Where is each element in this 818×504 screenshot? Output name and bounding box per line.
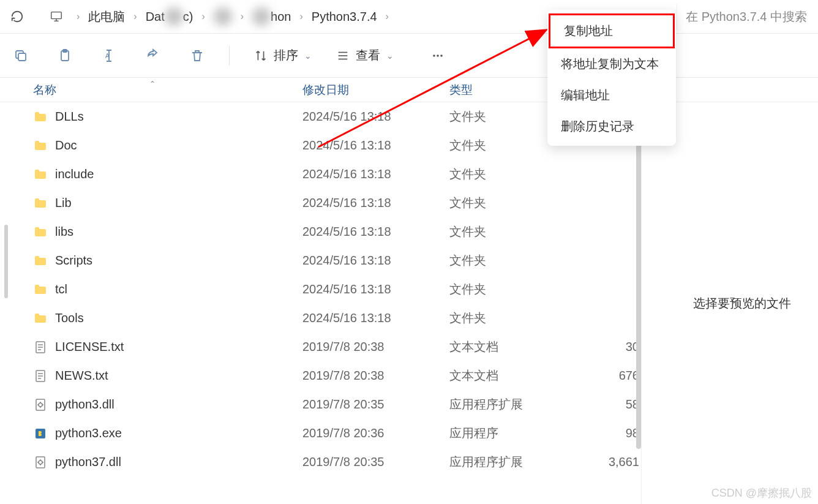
svg-text:A: A (105, 53, 110, 59)
file-size: 676 (578, 369, 639, 383)
watermark: CSDN @摩擦抿八股 (711, 486, 812, 500)
svg-point-12 (440, 55, 443, 57)
context-delete-history[interactable]: 删除历史记录 (547, 111, 676, 142)
file-date: 2024/5/16 13:18 (302, 311, 449, 325)
copy-button[interactable] (13, 48, 28, 63)
breadcrumb-root[interactable] (46, 7, 72, 26)
svg-point-11 (437, 55, 439, 57)
file-name: Doc (55, 138, 302, 152)
file-row[interactable]: Tools2024/5/16 13:18文件夹 (10, 304, 641, 333)
chevron-right-icon: › (201, 11, 204, 22)
file-name: Scripts (55, 254, 302, 268)
file-date: 2019/7/8 20:38 (302, 369, 449, 383)
file-name: NEWS.txt (55, 369, 302, 383)
file-row[interactable]: libs2024/5/16 13:18文件夹 (10, 217, 641, 246)
file-date: 2024/5/16 13:18 (302, 196, 449, 210)
right-scrollbar[interactable] (636, 106, 641, 449)
share-button[interactable] (146, 48, 160, 63)
file-row[interactable]: include2024/5/16 13:18文件夹 (10, 160, 641, 189)
svg-point-10 (433, 55, 435, 57)
paste-button[interactable] (58, 48, 72, 63)
exe-file-icon (33, 426, 48, 441)
file-date: 2024/5/16 13:18 (302, 138, 449, 152)
context-copy-address[interactable]: 复制地址 (549, 13, 675, 48)
chevron-right-icon: › (77, 11, 80, 22)
toolbar-group-clipboard: A (13, 48, 204, 63)
file-size: 3,661 (578, 455, 639, 469)
file-date: 2024/5/16 13:18 (302, 110, 449, 124)
left-gutter (0, 102, 10, 504)
file-name: LICENSE.txt (55, 340, 302, 354)
svg-rect-0 (51, 12, 62, 19)
breadcrumb-item-pc[interactable]: 此电脑 (84, 6, 129, 28)
breadcrumb-item-drive[interactable]: Datc) (142, 5, 197, 28)
toolbar: A 排序 ⌄ 查看 ⌄ (0, 34, 818, 78)
file-type: 文件夹 (449, 224, 578, 240)
file-name: DLLs (55, 110, 302, 124)
rename-icon: A (102, 48, 116, 63)
file-row[interactable]: Doc2024/5/16 13:18文件夹 (10, 131, 641, 160)
file-date: 2024/5/16 13:18 (302, 225, 449, 239)
text-file-icon (33, 340, 48, 355)
chevron-down-icon: ⌄ (304, 51, 312, 61)
refresh-button[interactable] (0, 0, 34, 34)
context-edit-address[interactable]: 编辑地址 (547, 80, 676, 111)
file-date: 2019/7/8 20:38 (302, 340, 449, 354)
file-size: 58 (578, 397, 639, 412)
sort-asc-icon: ⌃ (149, 80, 156, 88)
sort-icon (254, 49, 268, 62)
file-name: python3.dll (55, 397, 302, 412)
text-file-icon (33, 369, 48, 383)
file-name: Tools (55, 311, 302, 325)
breadcrumb-item-python374[interactable]: Python3.7.4 (308, 7, 381, 26)
file-type: 文本文档 (449, 339, 578, 355)
file-type: 文件夹 (449, 195, 578, 211)
file-date: 2024/5/16 13:18 (302, 282, 449, 296)
file-name: include (55, 167, 302, 181)
file-row[interactable]: DLLs2024/5/16 13:18文件夹 (10, 102, 641, 131)
file-row[interactable]: python3.dll2019/7/8 20:35应用程序扩展58 (10, 390, 641, 419)
file-name: tcl (55, 282, 302, 296)
file-row[interactable]: python3.exe2019/7/8 20:36应用程序98 (10, 419, 641, 448)
delete-button[interactable] (190, 48, 204, 63)
breadcrumb-item-blurred[interactable] (210, 5, 236, 28)
breadcrumb-item-python-parent[interactable]: hon (249, 5, 295, 28)
left-scrollbar[interactable] (4, 225, 8, 298)
file-type: 文本文档 (449, 367, 578, 384)
chevron-right-icon: › (386, 11, 389, 22)
more-button[interactable] (430, 48, 445, 63)
search-input[interactable]: 在 Python3.7.4 中搜索 (677, 4, 816, 30)
folder-icon (33, 282, 48, 297)
file-row[interactable]: Scripts2024/5/16 13:18文件夹 (10, 246, 641, 275)
file-date: 2019/7/8 20:35 (302, 455, 449, 469)
file-row[interactable]: Lib2024/5/16 13:18文件夹 (10, 189, 641, 217)
folder-icon (33, 311, 48, 326)
file-type: 文件夹 (449, 281, 578, 298)
copy-icon (13, 48, 28, 63)
file-area: DLLs2024/5/16 13:18文件夹Doc2024/5/16 13:18… (0, 102, 818, 504)
paste-icon (58, 48, 72, 63)
refresh-icon (10, 10, 24, 23)
folder-icon (33, 254, 48, 268)
context-copy-as-text[interactable]: 将地址复制为文本 (547, 48, 676, 80)
file-name: Lib (55, 196, 302, 210)
file-row[interactable]: python37.dll2019/7/8 20:35应用程序扩展3,661 (10, 448, 641, 476)
file-row[interactable]: tcl2024/5/16 13:18文件夹 (10, 275, 641, 304)
file-row[interactable]: NEWS.txt2019/7/8 20:38文本文档676 (10, 361, 641, 390)
list-icon (336, 49, 350, 62)
file-row[interactable]: LICENSE.txt2019/7/8 20:38文本文档30 (10, 333, 641, 361)
rename-button[interactable]: A (102, 48, 116, 63)
file-date: 2024/5/16 13:18 (302, 167, 449, 181)
column-date[interactable]: 修改日期 (302, 82, 449, 98)
trash-icon (190, 48, 204, 63)
file-type: 应用程序 (449, 425, 578, 442)
chevron-right-icon: › (133, 11, 137, 22)
view-button[interactable]: 查看 ⌄ (336, 47, 394, 64)
sort-button[interactable]: 排序 ⌄ (254, 47, 312, 64)
file-name: python37.dll (55, 455, 302, 469)
column-name[interactable]: 名称 ⌃ (33, 82, 302, 98)
dll-file-icon (33, 455, 48, 470)
share-icon (146, 48, 160, 63)
dll-file-icon (33, 397, 48, 412)
file-type: 应用程序扩展 (449, 396, 578, 413)
